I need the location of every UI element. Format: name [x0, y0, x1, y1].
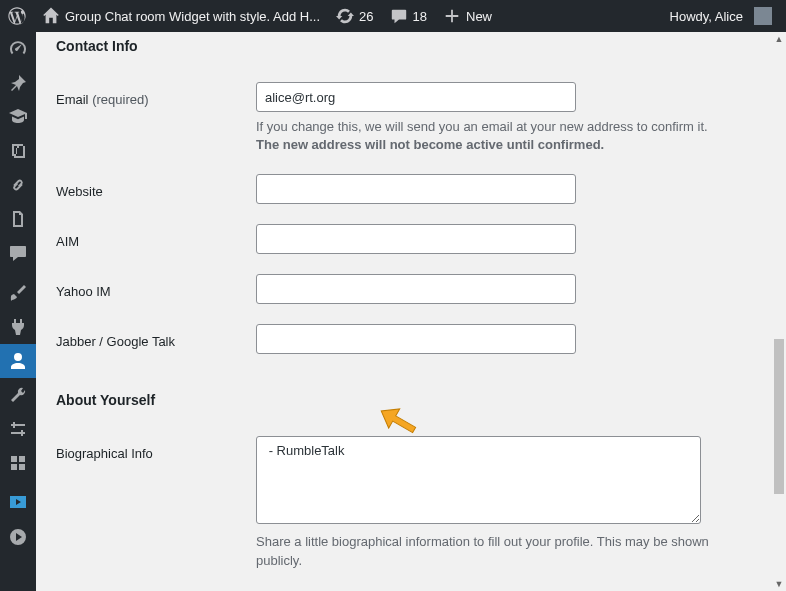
- greeting-label: Howdy, Alice: [670, 9, 743, 24]
- wrench-icon: [8, 385, 28, 405]
- menu-users[interactable]: [0, 344, 36, 378]
- yahoo-im-field[interactable]: [256, 274, 576, 304]
- new-label: New: [466, 9, 492, 24]
- admin-left-menu: [0, 32, 36, 591]
- jabber-field[interactable]: [256, 324, 576, 354]
- profile-content-area: Contact Info Email (required) If you cha…: [36, 32, 786, 591]
- site-name-label: Group Chat room Widget with style. Add H…: [65, 9, 320, 24]
- bio-label: Biographical Info: [56, 426, 256, 579]
- website-field[interactable]: [256, 174, 576, 204]
- gauge-icon: [8, 39, 28, 59]
- wordpress-icon: [8, 7, 26, 25]
- menu-edu[interactable]: [0, 100, 36, 134]
- bio-description: Share a little biographical information …: [256, 533, 716, 569]
- plug-icon: [8, 317, 28, 337]
- aim-field[interactable]: [256, 224, 576, 254]
- aim-label: AIM: [56, 214, 256, 264]
- brush-icon: [8, 283, 28, 303]
- avatar: [754, 7, 772, 25]
- grid-icon: [8, 453, 28, 473]
- play-screen-icon: [8, 493, 28, 513]
- menu-video[interactable]: [0, 486, 36, 520]
- menu-comments[interactable]: [0, 236, 36, 270]
- email-label: Email: [56, 92, 89, 107]
- menu-media[interactable]: [0, 134, 36, 168]
- about-yourself-heading: About Yourself: [56, 392, 766, 408]
- menu-settings[interactable]: [0, 412, 36, 446]
- home-icon: [42, 7, 60, 25]
- comments-count: 18: [413, 9, 427, 24]
- contact-info-heading: Contact Info: [56, 38, 766, 54]
- scrollbar-thumb[interactable]: [774, 339, 784, 494]
- plus-icon: [443, 7, 461, 25]
- comments-link[interactable]: 18: [382, 0, 435, 32]
- scroll-up-arrow[interactable]: ▲: [774, 34, 784, 44]
- scrollbar-track[interactable]: ▲ ▼: [772, 32, 786, 591]
- graduation-cap-icon: [8, 107, 28, 127]
- jabber-label: Jabber / Google Talk: [56, 314, 256, 364]
- admin-top-bar: Group Chat room Widget with style. Add H…: [0, 0, 786, 32]
- user-icon: [8, 351, 28, 371]
- menu-posts[interactable]: [0, 66, 36, 100]
- scroll-down-arrow[interactable]: ▼: [774, 579, 784, 589]
- menu-appearance[interactable]: [0, 276, 36, 310]
- contact-info-table: Email (required) If you change this, we …: [56, 72, 766, 364]
- email-required-hint: (required): [92, 92, 148, 107]
- email-field[interactable]: [256, 82, 576, 112]
- refresh-icon: [336, 7, 354, 25]
- wp-logo[interactable]: [0, 0, 34, 32]
- updates-count: 26: [359, 9, 373, 24]
- about-yourself-table: Biographical Info Share a little biograp…: [56, 426, 766, 579]
- pages-icon: [8, 209, 28, 229]
- play-circle-icon: [8, 527, 28, 547]
- comments-icon: [390, 7, 408, 25]
- menu-play[interactable]: [0, 520, 36, 554]
- link-icon: [8, 175, 28, 195]
- biographical-info-field[interactable]: [256, 436, 701, 524]
- new-content-link[interactable]: New: [435, 0, 500, 32]
- my-account-link[interactable]: Howdy, Alice: [662, 0, 780, 32]
- menu-tools[interactable]: [0, 378, 36, 412]
- menu-grid[interactable]: [0, 446, 36, 480]
- pin-icon: [8, 73, 28, 93]
- updates-link[interactable]: 26: [328, 0, 381, 32]
- menu-plugins[interactable]: [0, 310, 36, 344]
- sliders-icon: [8, 419, 28, 439]
- site-link[interactable]: Group Chat room Widget with style. Add H…: [34, 0, 328, 32]
- website-label: Website: [56, 164, 256, 214]
- media-icon: [8, 141, 28, 161]
- menu-dashboard[interactable]: [0, 32, 36, 66]
- email-description: If you change this, we will send you an …: [256, 118, 716, 154]
- menu-pages[interactable]: [0, 202, 36, 236]
- yim-label: Yahoo IM: [56, 264, 256, 314]
- comment-icon: [8, 243, 28, 263]
- menu-links[interactable]: [0, 168, 36, 202]
